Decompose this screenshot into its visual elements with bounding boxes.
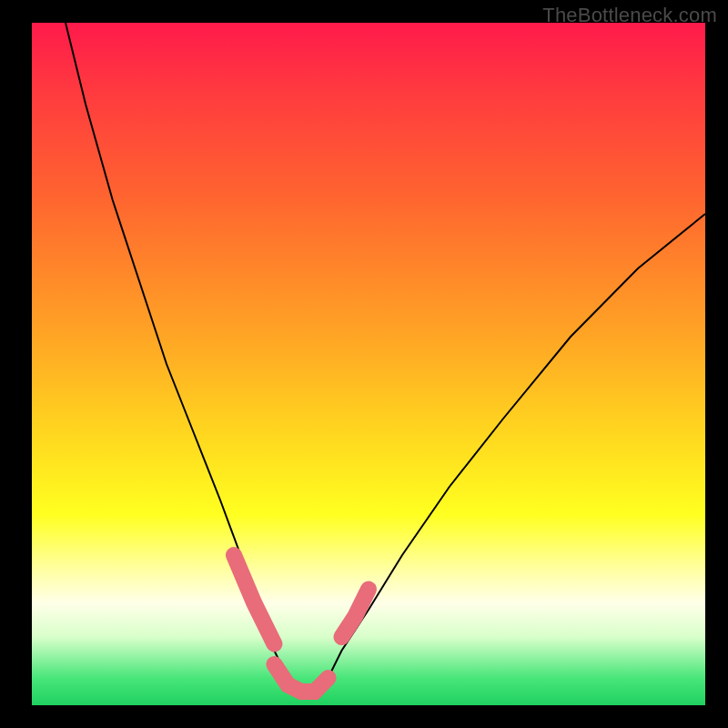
curve-highlight-left [234,555,274,644]
bottleneck-curve [66,23,705,692]
chart-svg [32,23,705,705]
watermark-text: TheBottleneck.com [542,4,717,27]
curve-highlight-right [341,590,369,638]
chart-area [32,23,705,705]
curve-highlight-bottom [274,664,328,692]
